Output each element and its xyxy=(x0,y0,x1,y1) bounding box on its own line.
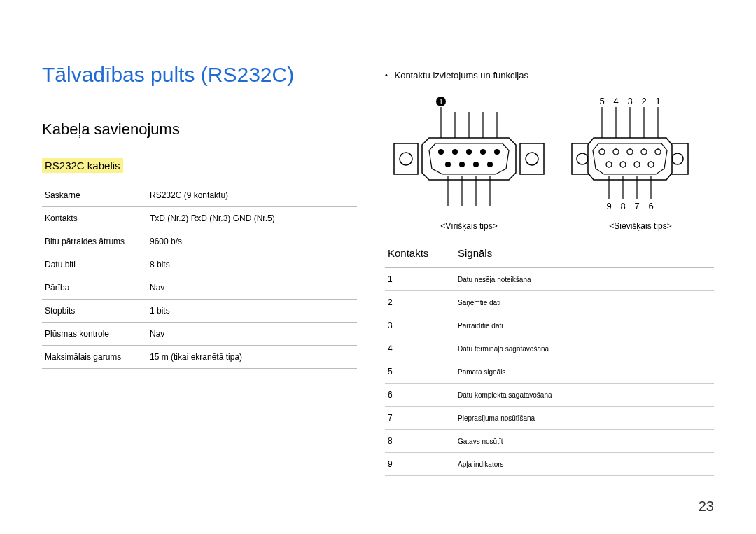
pin-number: 1 xyxy=(385,268,455,291)
specs-row: Stopbits1 bits xyxy=(42,300,357,323)
pin-number: 8 xyxy=(385,430,455,453)
svg-text:2: 2 xyxy=(641,96,646,106)
specs-key: Maksimālais garums xyxy=(42,346,147,369)
svg-rect-6 xyxy=(394,143,418,174)
pin-row: 6Datu komplekta sagatavošana xyxy=(385,384,714,407)
svg-point-18 xyxy=(487,162,493,167)
svg-point-7 xyxy=(400,153,412,165)
pin-number: 4 xyxy=(385,337,455,360)
specs-value: Nav xyxy=(147,276,357,300)
col-contact: Kontakts xyxy=(385,241,455,268)
specs-row: Maksimālais garums15 m (tikai ekranētā t… xyxy=(42,346,357,369)
pin-number: 2 xyxy=(385,291,455,314)
pin-signal-table: Kontakts Signāls 1Datu nesēja noteikšana… xyxy=(385,241,714,476)
specs-table: SaskarneRS232C (9 kontaktu)KontaktsTxD (… xyxy=(42,184,357,369)
pin-row: 1Datu nesēja noteikšana xyxy=(385,268,714,291)
pin-signal: Pārraidītie dati xyxy=(455,314,714,337)
male-connector-diagram: 1 xyxy=(388,94,550,217)
specs-row: Plūsmas kontroleNav xyxy=(42,323,357,346)
specs-key: Saskarne xyxy=(42,184,147,207)
section-heading: Kabeļa savienojums xyxy=(42,120,357,139)
svg-point-43 xyxy=(620,162,626,167)
pin1-marker: 1 xyxy=(439,97,443,106)
pin-number: 3 xyxy=(385,314,455,337)
page-title: Tālvadības pults (RS232C) xyxy=(42,63,357,87)
pin-signal: Datu nesēja noteikšana xyxy=(455,268,714,291)
specs-row: Bitu pārraides ātrums9600 b/s xyxy=(42,230,357,253)
col-signal: Signāls xyxy=(455,241,714,268)
pin-signal: Pieprasījuma nosūtīšana xyxy=(455,407,714,430)
svg-point-10 xyxy=(438,149,444,155)
svg-point-39 xyxy=(627,149,633,155)
pinout-heading: Kontaktu izvietojums un funkcijas xyxy=(394,70,528,80)
svg-point-9 xyxy=(526,153,538,165)
pin-row: 5Pamata signāls xyxy=(385,360,714,384)
pin-row: 8Gatavs nosūtīt xyxy=(385,430,714,453)
svg-point-45 xyxy=(648,162,654,167)
pin-number: 5 xyxy=(385,360,455,384)
svg-text:7: 7 xyxy=(634,201,639,211)
specs-value: RS232C (9 kontaktu) xyxy=(147,184,357,207)
specs-value: Nav xyxy=(147,323,357,346)
svg-text:1: 1 xyxy=(655,96,660,106)
svg-point-37 xyxy=(599,149,605,155)
specs-key: Bitu pārraides ātrums xyxy=(42,230,147,253)
svg-text:9: 9 xyxy=(606,201,611,211)
pin-row: 9Apļa indikators xyxy=(385,453,714,476)
svg-text:6: 6 xyxy=(648,201,653,211)
specs-value: 8 bits xyxy=(147,253,357,276)
pin-number: 7 xyxy=(385,407,455,430)
pin-signal: Gatavs nosūtīt xyxy=(455,430,714,453)
svg-point-40 xyxy=(641,149,647,155)
svg-point-13 xyxy=(480,149,486,155)
female-label: <Sievišķais tips> xyxy=(570,221,710,231)
svg-point-17 xyxy=(473,162,479,167)
specs-value: 15 m (tikai ekranētā tipa) xyxy=(147,346,357,369)
bullet-icon: • xyxy=(385,71,388,79)
specs-key: Datu biti xyxy=(42,253,147,276)
svg-point-36 xyxy=(672,153,683,164)
specs-value: TxD (Nr.2) RxD (Nr.3) GND (Nr.5) xyxy=(147,207,357,230)
svg-point-41 xyxy=(655,149,661,155)
pin-signal: Datu termināļa sagatavošana xyxy=(455,337,714,360)
specs-row: Datu biti8 bits xyxy=(42,253,357,276)
subsection-heading: RS232C kabelis xyxy=(42,158,123,173)
pin-number: 9 xyxy=(385,453,455,476)
specs-key: Plūsmas kontrole xyxy=(42,323,147,346)
pin-signal: Apļa indikators xyxy=(455,453,714,476)
male-label: <Vīrišķais tips> xyxy=(388,221,550,231)
specs-row: KontaktsTxD (Nr.2) RxD (Nr.3) GND (Nr.5) xyxy=(42,207,357,230)
connector-diagrams: 1 xyxy=(385,94,714,231)
svg-point-11 xyxy=(452,149,458,155)
svg-point-44 xyxy=(634,162,640,167)
specs-row: SaskarneRS232C (9 kontaktu) xyxy=(42,184,357,207)
svg-text:3: 3 xyxy=(627,96,632,106)
pin-signal: Pamata signāls xyxy=(455,360,714,384)
svg-point-34 xyxy=(577,153,588,164)
svg-point-42 xyxy=(606,162,612,167)
female-connector-diagram: 5 4 3 2 1 xyxy=(570,94,710,217)
specs-row: PārībaNav xyxy=(42,276,357,300)
specs-key: Stopbits xyxy=(42,300,147,323)
svg-point-12 xyxy=(466,149,472,155)
pin-signal: Datu komplekta sagatavošana xyxy=(455,384,714,407)
svg-point-16 xyxy=(459,162,465,167)
svg-rect-8 xyxy=(520,143,544,174)
pin-row: 2Saņemtie dati xyxy=(385,291,714,314)
svg-point-15 xyxy=(445,162,451,167)
svg-text:8: 8 xyxy=(620,201,625,211)
specs-value: 1 bits xyxy=(147,300,357,323)
specs-key: Kontakts xyxy=(42,207,147,230)
page-number: 23 xyxy=(699,498,714,514)
svg-text:5: 5 xyxy=(599,96,604,106)
pin-number: 6 xyxy=(385,384,455,407)
pin-row: 3Pārraidītie dati xyxy=(385,314,714,337)
pin-signal: Saņemtie dati xyxy=(455,291,714,314)
svg-text:4: 4 xyxy=(613,96,618,106)
pinout-heading-row: • Kontaktu izvietojums un funkcijas xyxy=(385,70,714,80)
specs-key: Pārība xyxy=(42,276,147,300)
pin-row: 4Datu termināļa sagatavošana xyxy=(385,337,714,360)
svg-point-38 xyxy=(613,149,619,155)
svg-point-14 xyxy=(494,149,500,155)
pin-row: 7Pieprasījuma nosūtīšana xyxy=(385,407,714,430)
